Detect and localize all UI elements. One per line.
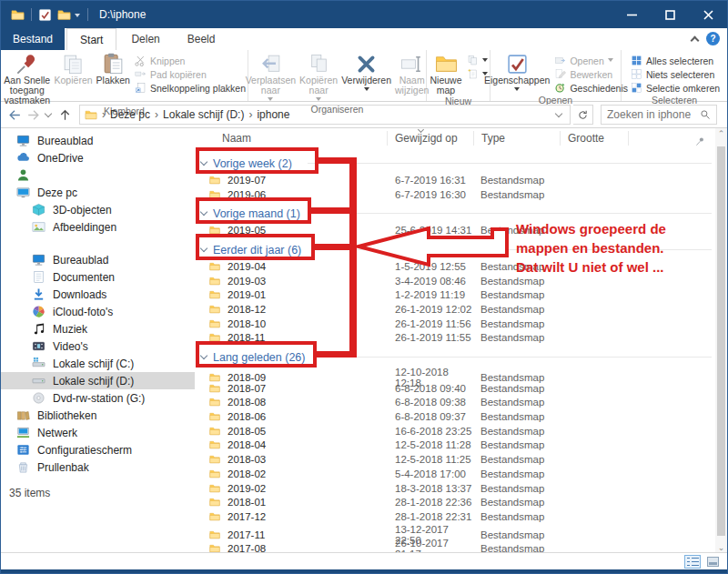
tab-delen[interactable]: Delen — [118, 28, 172, 50]
file-date: 6-8-2018 09:40 — [388, 383, 474, 394]
folder-icon — [85, 109, 97, 120]
maximize-button[interactable] — [651, 1, 689, 28]
sidebar-item-dvd-rw-station-g[interactable]: Dvd-rw-station (G:) — [1, 389, 195, 407]
niets-selecteren-button[interactable]: Niets selecteren — [631, 67, 720, 81]
tab-beeld[interactable]: Beeld — [175, 28, 228, 50]
thumbnails-view-button[interactable] — [704, 555, 721, 569]
tab-start[interactable]: Start — [66, 28, 116, 50]
address-dropdown-chevron-icon[interactable] — [555, 109, 562, 116]
verplaatsen-naar-button[interactable]: Verplaatsen naar — [244, 51, 298, 104]
file-type: Bestandsmap — [474, 439, 561, 450]
scrollbar-thumb[interactable] — [717, 146, 725, 536]
sidebar-item-documenten[interactable]: Documenten — [1, 268, 195, 286]
group-header-vorige-maand-1[interactable]: Vorige maand (1) — [195, 204, 715, 223]
column-type[interactable]: Type — [474, 131, 561, 146]
file-row-2018-05[interactable]: 2018-0516-6-2018 23:25Bestandsmap — [195, 424, 715, 438]
kopi-ren-naar-button[interactable]: Kopiëren naar — [298, 51, 339, 104]
sidebar-item-video-s[interactable]: Video's — [1, 337, 195, 355]
properties-qat-icon[interactable] — [38, 8, 52, 22]
sidebar-item-downloads[interactable]: Downloads — [1, 286, 195, 303]
sidebar-item-configuratiescherm[interactable]: Configuratiescherm — [1, 441, 195, 458]
column-gewijzigd-op[interactable]: Gewijzigd op — [388, 131, 474, 146]
sidebar-item-item[interactable] — [1, 166, 195, 184]
knippen-button[interactable]: Knippen — [135, 54, 246, 67]
scroll-up-icon[interactable]: ⌃ — [715, 128, 727, 138]
file-row-2019-06[interactable]: 2019-066-7-2019 16:30Bestandsmap — [195, 187, 715, 202]
group-header-lang-geleden-26[interactable]: Lang geleden (26) — [195, 347, 715, 367]
search-input[interactable]: Zoeken in iphone — [601, 105, 717, 125]
help-icon[interactable]: ? — [706, 32, 720, 45]
breadcrumb[interactable]: › Deze pc › Lokale schijf (D:) › iphone — [79, 105, 571, 125]
column-grootte[interactable]: Grootte — [561, 131, 629, 146]
bewerken-button[interactable]: Bewerken — [554, 67, 628, 81]
main-area: BureaubladOneDriveDeze pc3D-objectenAfbe… — [1, 128, 727, 552]
list-scrollbar[interactable]: ⌃ ⌄ — [715, 128, 727, 552]
group-header-vorige-week-2[interactable]: Vorige week (2) — [195, 154, 715, 173]
up-icon[interactable] — [57, 107, 73, 123]
forward-icon[interactable] — [25, 107, 41, 123]
verwijderen-button[interactable]: Verwijderen — [339, 51, 393, 94]
kopi-ren-button[interactable]: Kopiëren — [53, 51, 95, 86]
plakken-button[interactable]: Plakken — [95, 51, 132, 86]
sidebar-item-bureaublad[interactable]: Bureaublad — [1, 132, 195, 149]
pad-kopi-ren-button[interactable]: Pad kopiëren — [135, 67, 246, 81]
back-icon[interactable] — [7, 107, 23, 123]
sidebar-item-muziek[interactable]: Muziek — [1, 320, 195, 337]
copyto-icon — [308, 53, 330, 76]
file-row-2018-02[interactable]: 2018-025-4-2018 17:00Bestandsmap — [195, 467, 715, 481]
file-row-2018-12[interactable]: 2018-1226-1-2019 12:02Bestandsmap — [195, 302, 715, 317]
file-row-2018-08[interactable]: 2018-086-8-2018 09:38Bestandsmap — [195, 396, 715, 410]
alles-selecteren-button[interactable]: Alles selecteren — [631, 54, 720, 67]
file-row-2019-01[interactable]: 2019-011-2-2019 11:19Bestandsmap — [195, 287, 715, 302]
crumb-deze-pc[interactable]: Deze pc — [110, 108, 150, 121]
file-row-2018-10[interactable]: 2018-1026-1-2019 11:56Bestandsmap — [195, 317, 715, 331]
sidebar-item-lokale-schijf-d[interactable]: Lokale schijf (D:) — [1, 372, 195, 389]
refresh-button[interactable] — [573, 105, 593, 125]
file-row-2018-11[interactable]: 2018-1126-1-2019 11:55Bestandsmap — [195, 331, 715, 346]
file-row-2018-06[interactable]: 2018-066-8-2018 09:37Bestandsmap — [195, 409, 715, 424]
sidebar-item-onedrive[interactable]: OneDrive — [1, 149, 195, 166]
file-row-2018-09[interactable]: 2018-0912-10-2018 12:18Bestandsmap — [195, 367, 715, 381]
crumb-drive-d[interactable]: Lokale schijf (D:) — [163, 108, 244, 121]
file-row-2017-08[interactable]: 2017-0826-10-2017 21:17Bestandsmap — [195, 538, 715, 552]
naam-wijzigen-button[interactable]: Naam wijzigen — [393, 51, 430, 96]
close-button[interactable] — [689, 1, 727, 28]
file-row-2018-04[interactable]: 2018-0412-5-2018 11:28Bestandsmap — [195, 438, 715, 453]
sidebar-item-netwerk[interactable]: Netwerk — [1, 424, 195, 441]
sidebar-item-bureaublad[interactable]: Bureaublad — [1, 251, 195, 268]
sidebar-item-prullenbak[interactable]: Prullenbak — [1, 458, 195, 476]
new-folder-qat-icon[interactable] — [57, 8, 71, 22]
selectie-omkeren-button[interactable]: Selectie omkeren — [631, 81, 720, 95]
tab-bestand[interactable]: Bestand — [1, 28, 65, 50]
group-header-eerder-dit-jaar-6[interactable]: Eerder dit jaar (6) — [195, 240, 715, 259]
sidebar-item-3d-objecten[interactable]: 3D-objecten — [1, 201, 195, 218]
sidebar-item-lokale-schijf-c[interactable]: Lokale schijf (C:) — [1, 355, 195, 372]
details-view-button[interactable] — [684, 555, 701, 569]
file-row-2018-03[interactable]: 2018-0312-5-2018 11:25Bestandsmap — [195, 452, 715, 467]
sidebar-item-afbeeldingen[interactable]: Afbeeldingen — [1, 218, 195, 236]
crumb-iphone[interactable]: iphone — [257, 108, 289, 121]
file-row-2019-07[interactable]: 2019-076-7-2019 16:31Bestandsmap — [195, 173, 715, 187]
minimize-ribbon-chevron-icon[interactable] — [691, 35, 700, 45]
aan-snelle-toegang-vastmaken-button[interactable]: Aan Snelle toegang vastmaken — [2, 51, 53, 106]
file-row-2018-07[interactable]: 2018-076-8-2018 09:40Bestandsmap — [195, 381, 715, 396]
eigenschappen-button[interactable]: Eigenschappen — [482, 51, 551, 94]
scroll-down-icon[interactable]: ⌄ — [715, 542, 727, 552]
minimize-button[interactable] — [612, 1, 651, 28]
qat-customize-chevron-icon[interactable] — [75, 14, 80, 20]
geschiedenis-button[interactable]: Geschiedenis — [554, 81, 628, 95]
openen-button[interactable]: Openen — [554, 54, 628, 67]
file-row-2019-03[interactable]: 2019-033-4-2019 08:46Bestandsmap — [195, 274, 715, 288]
snelkoppeling-plakken-button[interactable]: Snelkoppeling plakken — [135, 81, 246, 95]
file-row-2019-05[interactable]: 2019-0525-6-2019 14:31Bestandsmap — [195, 223, 715, 237]
file-row-2017-11[interactable]: 2017-1113-12-2017 22:50Bestandsmap — [195, 524, 715, 539]
sidebar-item-icloud-foto-s[interactable]: iCloud-foto's — [1, 303, 195, 320]
sidebar-item-deze-pc[interactable]: Deze pc — [1, 184, 195, 201]
file-row-2017-12[interactable]: 2017-1228-1-2018 22:31Bestandsmap — [195, 509, 715, 524]
nieuwe-map-button[interactable]: Nieuwe map — [428, 51, 463, 96]
file-row-2019-02[interactable]: 2019-0218-3-2018 13:37Bestandsmap — [195, 481, 715, 496]
column-naam[interactable]: Naam — [195, 131, 388, 146]
sidebar-item-bibliotheken[interactable]: Bibliotheken — [1, 407, 195, 424]
file-row-2018-01[interactable]: 2018-0128-1-2018 22:36Bestandsmap — [195, 495, 715, 509]
file-row-2019-04[interactable]: 2019-041-5-2019 12:55Bestandsmap — [195, 259, 715, 274]
